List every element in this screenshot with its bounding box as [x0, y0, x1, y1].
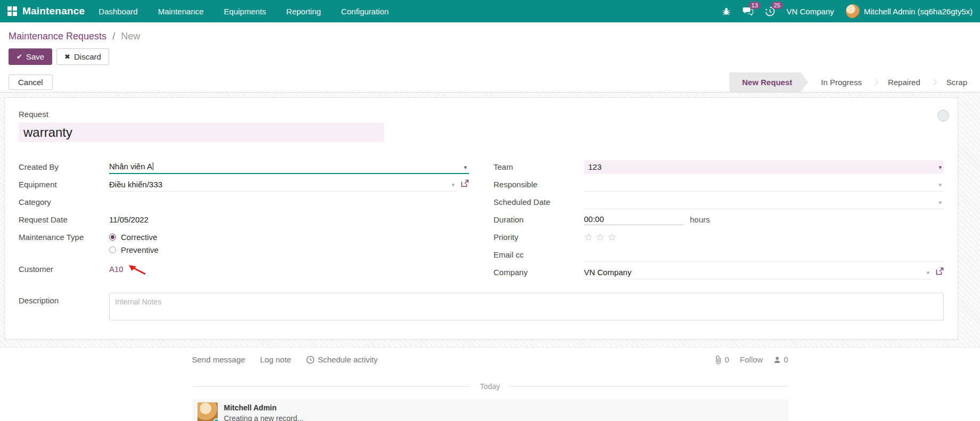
status-repaired[interactable]: Repaired	[875, 72, 933, 92]
duration-label: Duration	[493, 215, 584, 224]
chatter: Send message Log note Schedule activity …	[0, 347, 980, 421]
created-by-input[interactable]: Nhân viên A ▾	[109, 160, 469, 174]
scheduled-date-input[interactable]: ▾	[584, 195, 944, 209]
email-cc-input[interactable]	[584, 248, 944, 262]
apps-grid-icon[interactable]	[7, 6, 17, 16]
external-link-icon[interactable]	[461, 179, 469, 189]
radio-preventive[interactable]: Preventive	[109, 245, 159, 254]
cancel-button[interactable]: Cancel	[9, 75, 53, 90]
company-switcher[interactable]: VN Company	[787, 7, 834, 16]
message-body: Creating a new record...	[224, 414, 303, 421]
check-icon: ✔	[17, 53, 22, 61]
user-menu[interactable]: Mitchell Admin (sq6ha26gty5x)	[846, 4, 973, 18]
debug-bug-icon[interactable]	[722, 7, 731, 16]
external-link-icon[interactable]	[936, 267, 944, 277]
text-cursor	[153, 162, 153, 170]
breadcrumb: Maintenance Requests / New	[0, 22, 980, 42]
breadcrumb-current: New	[121, 31, 140, 42]
breadcrumb-separator: /	[112, 31, 115, 42]
maintenance-type-label: Maintenance Type	[19, 233, 109, 242]
main-menu: Dashboard Maintenance Equipments Reporti…	[98, 7, 389, 16]
online-status-dot	[213, 418, 219, 421]
priority-stars: ☆ ☆ ☆	[584, 231, 616, 243]
schedule-activity-button[interactable]: Schedule activity	[306, 355, 378, 364]
description-textarea[interactable]	[109, 293, 944, 320]
duration-unit: hours	[690, 215, 710, 224]
status-scrap[interactable]: Scrap	[934, 72, 980, 92]
chevron-down-icon[interactable]: ▾	[938, 181, 942, 188]
activity-state-icon[interactable]	[937, 110, 949, 121]
activities-badge: 25	[771, 2, 783, 9]
form-sheet: Request Created By Nhân viên A ▾ Equipme…	[4, 97, 958, 340]
chevron-down-icon[interactable]: ▾	[926, 269, 929, 276]
messages-badge: 13	[749, 2, 761, 9]
paperclip-icon	[714, 356, 722, 364]
log-note-button[interactable]: Log note	[260, 355, 291, 364]
chevron-down-icon[interactable]: ▾	[938, 199, 942, 206]
request-date-value[interactable]: 11/05/2022	[109, 213, 469, 227]
category-input[interactable]	[109, 195, 469, 209]
chevron-down-icon[interactable]: ▾	[464, 164, 467, 171]
equipment-label: Equipment	[19, 180, 109, 189]
close-icon: ✖	[64, 53, 70, 61]
request-date-label: Request Date	[19, 215, 109, 224]
responsible-label: Responsible	[493, 180, 584, 189]
company-label: Company	[493, 268, 584, 277]
menu-equipments[interactable]: Equipments	[224, 7, 266, 16]
scheduled-date-label: Scheduled Date	[493, 197, 584, 207]
radio-unselected-icon	[109, 246, 116, 253]
breadcrumb-parent[interactable]: Maintenance Requests	[9, 31, 106, 42]
team-label: Team	[493, 162, 584, 171]
menu-maintenance[interactable]: Maintenance	[158, 7, 204, 16]
priority-label: Priority	[493, 233, 584, 242]
red-annotation-arrow	[128, 264, 147, 277]
attachments-button[interactable]: 0	[714, 355, 729, 364]
request-input[interactable]	[19, 122, 384, 142]
status-in-progress[interactable]: In Progress	[808, 72, 875, 92]
save-button[interactable]: ✔ Save	[9, 48, 52, 65]
created-by-label: Created By	[19, 162, 109, 171]
responsible-input[interactable]: ▾	[584, 178, 944, 192]
chevron-down-icon[interactable]: ▾	[451, 181, 455, 188]
star-icon[interactable]: ☆	[607, 231, 616, 243]
description-label: Description	[19, 293, 109, 305]
equipment-input[interactable]: Điều khiển/333 ▾	[109, 178, 457, 192]
activities-clock-icon[interactable]: 25	[765, 6, 775, 16]
person-icon	[773, 356, 781, 364]
company-input[interactable]: VN Company ▾	[584, 266, 932, 279]
radio-corrective[interactable]: Corrective	[109, 233, 157, 242]
menu-dashboard[interactable]: Dashboard	[98, 7, 137, 16]
radio-selected-icon	[109, 234, 116, 241]
star-icon[interactable]: ☆	[584, 231, 593, 243]
menu-configuration[interactable]: Configuration	[341, 7, 389, 16]
date-divider: Today	[192, 382, 788, 391]
status-new-request[interactable]: New Request	[729, 72, 808, 92]
duration-input[interactable]: 00:00	[584, 214, 683, 225]
customer-value[interactable]: A10	[109, 261, 469, 277]
menu-reporting[interactable]: Reporting	[286, 7, 321, 16]
top-navbar: Maintenance Dashboard Maintenance Equipm…	[0, 0, 980, 22]
team-input[interactable]: 123 ▾	[584, 160, 944, 174]
user-avatar	[846, 4, 860, 18]
statusbar: New Request In Progress Repaired Scrap	[729, 72, 980, 92]
email-cc-label: Email cc	[493, 250, 584, 259]
star-icon[interactable]: ☆	[596, 231, 605, 243]
follow-button[interactable]: Follow	[740, 355, 763, 364]
customer-label: Customer	[19, 265, 109, 274]
chevron-down-icon[interactable]: ▾	[938, 164, 942, 171]
message-author[interactable]: Mitchell Admin	[224, 403, 303, 412]
send-message-button[interactable]: Send message	[192, 355, 245, 364]
discard-button[interactable]: ✖ Discard	[56, 48, 109, 65]
chatter-message: Mitchell Admin Creating a new record...	[192, 399, 788, 421]
message-avatar	[197, 402, 218, 421]
user-name: Mitchell Admin (sq6ha26gty5x)	[864, 7, 973, 16]
followers-button[interactable]: 0	[773, 355, 788, 364]
messages-icon[interactable]: 13	[743, 6, 753, 16]
app-brand[interactable]: Maintenance	[22, 5, 85, 17]
request-label: Request	[19, 110, 944, 119]
sheet-background: Request Created By Nhân viên A ▾ Equipme…	[0, 93, 980, 347]
category-label: Category	[19, 197, 109, 207]
clock-icon	[306, 356, 315, 364]
